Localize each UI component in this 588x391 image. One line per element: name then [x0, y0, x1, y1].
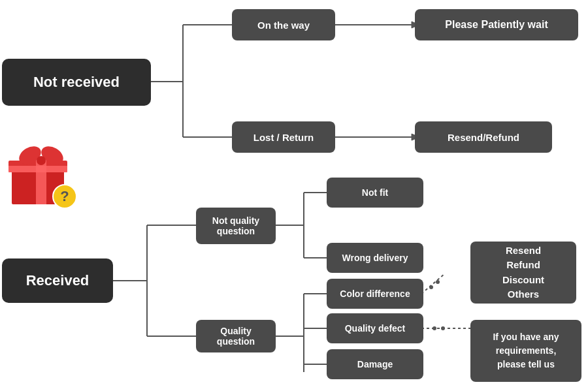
gift-box-icon: ? [5, 137, 77, 209]
requirements-node: If you have any requirements, please tel… [470, 320, 581, 382]
not-received-node: Not received [2, 59, 151, 106]
wrong-delivery-node: Wrong delivery [327, 243, 423, 273]
svg-point-22 [429, 285, 433, 289]
damage-node: Damage [327, 349, 423, 379]
svg-point-33 [37, 156, 46, 165]
quality-defect-node: Quality defect [327, 313, 423, 343]
color-difference-node: Color difference [327, 279, 423, 309]
svg-line-21 [421, 274, 444, 294]
please-wait-node: Please Patiently wait [415, 9, 578, 40]
resend-refund-top-node: Resend/Refund [415, 121, 552, 153]
quality-question-node: Quality question [196, 320, 276, 352]
resend-refund-options-node: Resend Refund Discount Others [470, 242, 576, 304]
svg-rect-30 [8, 166, 67, 172]
svg-point-26 [441, 326, 445, 330]
on-the-way-node: On the way [232, 9, 335, 40]
svg-point-25 [433, 326, 436, 330]
question-mark-badge: ? [52, 184, 77, 209]
svg-point-23 [436, 280, 440, 284]
not-fit-node: Not fit [327, 178, 423, 208]
received-node: Received [2, 258, 113, 303]
flowchart-diagram: ? Not received On the way Please Patient… [0, 0, 588, 391]
lost-return-node: Lost / Return [232, 121, 335, 153]
not-quality-node: Not quality question [196, 208, 276, 244]
